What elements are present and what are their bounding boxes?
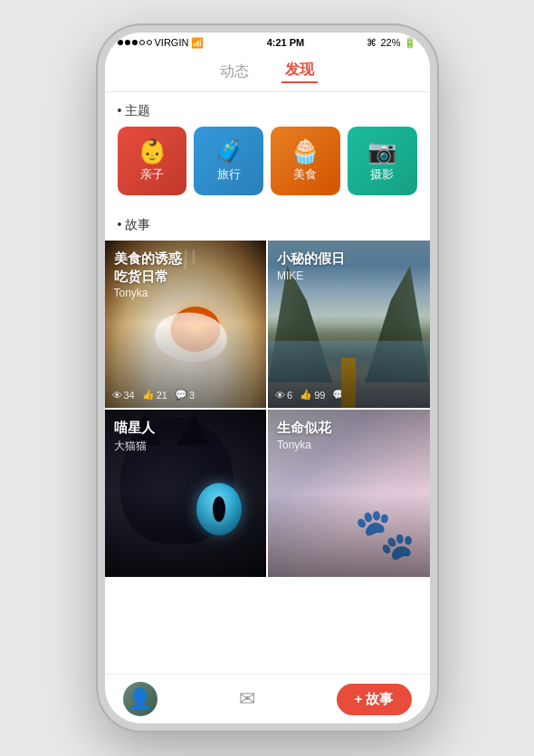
likes-stat: 👍 21 (142, 389, 167, 401)
category-luxing[interactable]: 🧳 旅行 (194, 127, 263, 195)
comments-count: 3 (189, 390, 195, 401)
comments-stat: 💬 3 (175, 389, 195, 401)
bottom-bar: 👤 ✉ + 故事 (105, 674, 430, 723)
status-bar: VIRGIN 📶 4:21 PM ⌘ 22% 🔋 (105, 33, 430, 52)
eye-icon: 👁 (112, 390, 122, 401)
category-sheying[interactable]: 📷 摄影 (348, 127, 417, 195)
category-meishi[interactable]: 🧁 美食 (271, 127, 340, 195)
story-title-cat: 喵星人 (114, 419, 258, 437)
story-card-food[interactable]: 美食的诱惑吃货日常 Tonyka 👁 34 👍 21 (105, 241, 267, 408)
story-author-fjord: MIKE (277, 269, 421, 282)
tab-bar: 动态 发现 (105, 52, 430, 92)
qinzi-label: 亲子 (140, 166, 164, 183)
add-story-button[interactable]: + 故事 (337, 684, 412, 715)
story-top-flower: 生命似花 Tonyka (277, 419, 421, 451)
carrier-label: VIRGIN (155, 37, 189, 48)
battery-label: 22% (380, 37, 400, 48)
luxing-label: 旅行 (217, 166, 241, 183)
story-card-fjord[interactable]: 小秘的假日 MIKE 👁 6 👍 99 (268, 241, 430, 408)
story-top-fjord: 小秘的假日 MIKE (277, 250, 421, 282)
category-grid: 👶 亲子 🧳 旅行 🧁 美食 📷 摄影 (105, 127, 430, 206)
story-author-food: Tonyka (114, 287, 258, 299)
views-count: 34 (124, 390, 135, 401)
sheying-label: 摄影 (370, 166, 394, 183)
signal-dot (147, 40, 152, 45)
like-icon: 👍 (142, 389, 155, 401)
story-author-flower: Tonyka (277, 439, 421, 451)
tab-dongtai[interactable]: 动态 (216, 62, 253, 81)
qinzi-icon: 👶 (138, 139, 167, 163)
story-card-flower[interactable]: 🐾 生命似花 Tonyka (268, 410, 430, 577)
story-top-cat: 喵星人 大猫猫 (114, 419, 258, 454)
signal-dot (139, 40, 145, 45)
signal-dot (118, 40, 123, 45)
wifi-icon: 📶 (191, 37, 204, 49)
eye-icon-fjord: 👁 (275, 390, 285, 401)
main-content: 主题 👶 亲子 🧳 旅行 🧁 美食 📷 (105, 92, 430, 674)
sheying-icon: 📷 (367, 139, 396, 163)
bluetooth-icon: ⌘ (367, 37, 377, 49)
story-grid: 美食的诱惑吃货日常 Tonyka 👁 34 👍 21 (105, 241, 430, 577)
time-display: 4:21 PM (267, 37, 305, 48)
meishi-label: 美食 (293, 166, 317, 183)
mail-icon[interactable]: ✉ (239, 687, 255, 711)
story-title-flower: 生命似花 (277, 419, 421, 437)
comment-icon: 💬 (175, 389, 187, 401)
meishi-icon: 🧁 (291, 139, 319, 163)
story-section-title: 故事 (105, 206, 430, 241)
likes-count-fjord: 99 (314, 390, 325, 401)
views-stat-fjord: 👁 6 (275, 390, 292, 401)
signal-dot (125, 40, 130, 45)
like-icon-fjord: 👍 (300, 389, 312, 401)
story-top-food: 美食的诱惑吃货日常 Tonyka (114, 250, 258, 299)
story-title-fjord: 小秘的假日 (277, 250, 421, 268)
story-card-cat[interactable]: 喵星人 大猫猫 (105, 410, 267, 577)
story-stats-food: 👁 34 👍 21 💬 3 (112, 389, 260, 401)
views-stat: 👁 34 (112, 390, 135, 401)
luxing-icon: 🧳 (215, 139, 243, 163)
category-qinzi[interactable]: 👶 亲子 (118, 127, 187, 195)
story-author-cat: 大猫猫 (114, 439, 258, 454)
battery-icon: 🔋 (404, 37, 416, 49)
user-avatar[interactable]: 👤 (123, 682, 157, 716)
signal-dot (132, 40, 138, 45)
theme-section-title: 主题 (105, 92, 430, 127)
likes-count: 21 (157, 390, 167, 401)
tab-faxian[interactable]: 发现 (281, 61, 318, 83)
likes-stat-fjord: 👍 99 (300, 389, 325, 401)
story-title-food: 美食的诱惑吃货日常 (114, 250, 258, 285)
views-count-fjord: 6 (287, 390, 292, 401)
